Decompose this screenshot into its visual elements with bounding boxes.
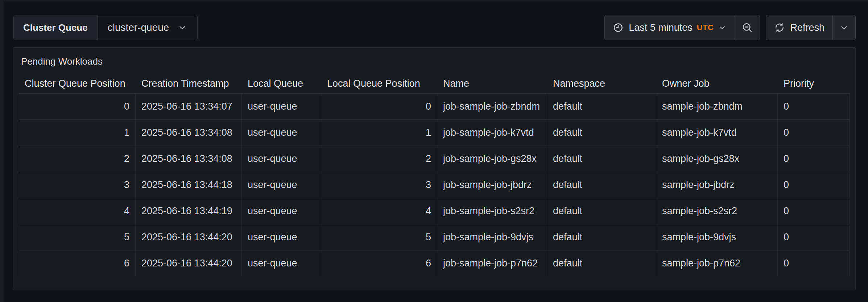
time-controls: Last 5 minutes UTC Refr (604, 15, 856, 40)
table-cell-local-queue-position: 3 (321, 172, 437, 198)
table-cell-cluster-queue-position: 3 (19, 172, 136, 198)
table-cell-creation-timestamp: 2025-06-16 13:44:20 (136, 224, 242, 250)
table-cell-local-queue-position: 2 (321, 146, 437, 172)
variable-value-dropdown[interactable]: cluster-queue (98, 15, 198, 40)
table-cell-namespace: default (547, 198, 656, 224)
dashboard-toolbar: Cluster Queue cluster-queue Last 5 minut… (13, 15, 856, 41)
table-row: 02025-06-16 13:34:07user-queue0job-sampl… (19, 93, 850, 119)
table-cell-creation-timestamp: 2025-06-16 13:34:08 (136, 146, 242, 172)
table-cell-local-queue: user-queue (242, 94, 321, 119)
column-header-cluster-queue-position[interactable]: Cluster Queue Position (19, 78, 136, 89)
table-cell-namespace: default (547, 172, 656, 198)
pending-workloads-panel: Pending Workloads Cluster Queue Position… (13, 47, 856, 290)
workloads-table: Cluster Queue PositionCreation Timestamp… (19, 74, 850, 276)
table-cell-name: job-sample-job-jbdrz (437, 172, 547, 198)
chevron-down-icon (718, 23, 727, 32)
zoom-out-icon (741, 22, 753, 33)
column-header-priority[interactable]: Priority (778, 78, 850, 89)
table-cell-priority: 0 (778, 94, 850, 119)
variable-label: Cluster Queue (14, 15, 98, 40)
table-cell-owner-job: sample-job-gs28x (656, 146, 778, 172)
time-picker-group: Last 5 minutes UTC (604, 15, 760, 40)
clock-icon (613, 22, 624, 33)
refresh-interval-dropdown[interactable] (832, 15, 855, 40)
table-cell-owner-job: sample-job-zbndm (656, 94, 778, 119)
variable-picker-cluster-queue: Cluster Queue cluster-queue (13, 15, 198, 40)
table-cell-namespace: default (547, 120, 656, 146)
variable-selected-value: cluster-queue (108, 22, 169, 33)
table-cell-priority: 0 (778, 120, 850, 146)
refresh-button[interactable]: Refresh (766, 15, 832, 40)
timezone-badge: UTC (697, 23, 714, 32)
table-cell-cluster-queue-position: 0 (19, 94, 136, 119)
table-cell-creation-timestamp: 2025-06-16 13:34:07 (136, 94, 242, 119)
table-cell-creation-timestamp: 2025-06-16 13:44:18 (136, 172, 242, 198)
table-cell-local-queue: user-queue (242, 172, 321, 198)
table-cell-namespace: default (547, 146, 656, 172)
table-cell-name: job-sample-job-gs28x (437, 146, 547, 172)
table-cell-local-queue: user-queue (242, 120, 321, 146)
table-cell-owner-job: sample-job-jbdrz (656, 172, 778, 198)
table-row: 12025-06-16 13:34:08user-queue1job-sampl… (19, 119, 850, 146)
window-edge-left (0, 0, 4, 302)
table-row: 52025-06-16 13:44:20user-queue5job-sampl… (19, 224, 850, 250)
table-cell-namespace: default (547, 224, 656, 250)
column-header-local-queue[interactable]: Local Queue (242, 78, 321, 89)
table-row: 42025-06-16 13:44:19user-queue4job-sampl… (19, 198, 850, 224)
table-row: 62025-06-16 13:44:20user-queue6job-sampl… (19, 250, 850, 276)
table-cell-name: job-sample-job-s2sr2 (437, 198, 547, 224)
time-range-button[interactable]: Last 5 minutes UTC (605, 15, 735, 40)
table-cell-owner-job: sample-job-9dvjs (656, 224, 778, 250)
zoom-out-time-button[interactable] (735, 15, 760, 40)
column-header-local-queue-position[interactable]: Local Queue Position (321, 78, 437, 89)
table-cell-local-queue-position: 0 (321, 94, 437, 119)
chevron-down-icon (178, 23, 187, 32)
table-cell-cluster-queue-position: 5 (19, 224, 136, 250)
column-header-name[interactable]: Name (437, 78, 547, 89)
table-cell-priority: 0 (778, 224, 850, 250)
table-row: 32025-06-16 13:44:18user-queue3job-sampl… (19, 172, 850, 198)
table-cell-name: job-sample-job-9dvjs (437, 224, 547, 250)
table-cell-owner-job: sample-job-s2sr2 (656, 198, 778, 224)
table-cell-owner-job: sample-job-k7vtd (656, 120, 778, 146)
chevron-down-icon (839, 23, 849, 32)
table-header-row: Cluster Queue PositionCreation Timestamp… (19, 74, 850, 93)
table-cell-local-queue-position: 5 (321, 224, 437, 250)
table-cell-name: job-sample-job-k7vtd (437, 120, 547, 146)
table-cell-namespace: default (547, 250, 656, 276)
table-cell-cluster-queue-position: 2 (19, 146, 136, 172)
table-cell-name: job-sample-job-p7n62 (437, 250, 547, 276)
column-header-owner-job[interactable]: Owner Job (656, 78, 778, 89)
table-cell-creation-timestamp: 2025-06-16 13:44:19 (136, 198, 242, 224)
table-cell-priority: 0 (778, 172, 850, 198)
table-cell-owner-job: sample-job-p7n62 (656, 250, 778, 276)
column-header-creation-timestamp[interactable]: Creation Timestamp (136, 78, 242, 89)
table-cell-name: job-sample-job-zbndm (437, 94, 547, 119)
table-cell-priority: 0 (778, 198, 850, 224)
table-cell-cluster-queue-position: 6 (19, 250, 136, 276)
table-cell-local-queue-position: 4 (321, 198, 437, 224)
panel-title[interactable]: Pending Workloads (19, 48, 105, 70)
table-cell-creation-timestamp: 2025-06-16 13:34:08 (136, 120, 242, 146)
table-row: 22025-06-16 13:34:08user-queue2job-sampl… (19, 146, 850, 172)
table-cell-local-queue-position: 6 (321, 250, 437, 276)
column-header-namespace[interactable]: Namespace (547, 78, 656, 89)
table-cell-cluster-queue-position: 1 (19, 120, 136, 146)
table-cell-local-queue: user-queue (242, 250, 321, 276)
table-cell-priority: 0 (778, 250, 850, 276)
refresh-label: Refresh (790, 22, 824, 33)
table-cell-namespace: default (547, 94, 656, 119)
refresh-group: Refresh (766, 15, 856, 40)
refresh-icon (774, 22, 785, 33)
table-cell-local-queue: user-queue (242, 224, 321, 250)
window-edge-top (0, 0, 868, 1)
table-cell-local-queue: user-queue (242, 198, 321, 224)
table-cell-local-queue-position: 1 (321, 120, 437, 146)
table-cell-priority: 0 (778, 146, 850, 172)
table-cell-creation-timestamp: 2025-06-16 13:44:20 (136, 250, 242, 276)
table-cell-local-queue: user-queue (242, 146, 321, 172)
table-body: 02025-06-16 13:34:07user-queue0job-sampl… (19, 93, 850, 276)
time-range-label: Last 5 minutes (629, 22, 693, 33)
table-cell-cluster-queue-position: 4 (19, 198, 136, 224)
